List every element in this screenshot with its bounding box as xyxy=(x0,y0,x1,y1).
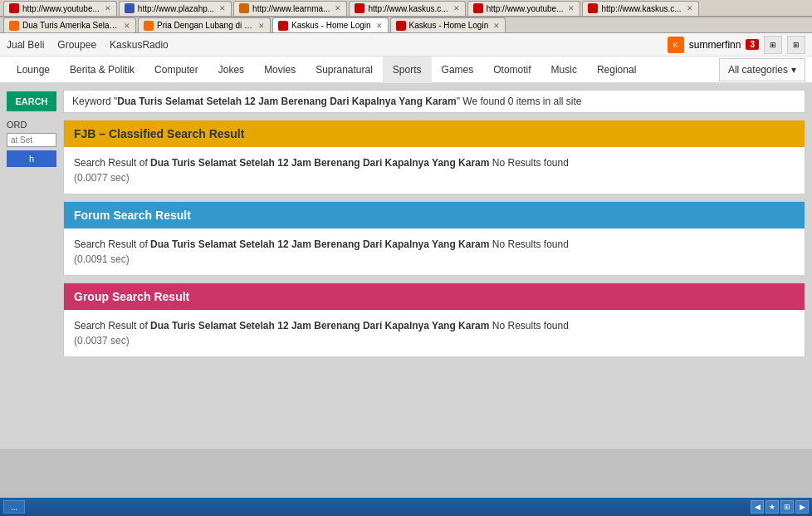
taskbar-icon-2[interactable]: ★ xyxy=(766,500,779,514)
fjb-title: FJB – Classified Search Result xyxy=(74,127,244,140)
tab-close-icon[interactable]: ✕ xyxy=(453,4,460,12)
tab-pria[interactable]: Pria Dengan Lubang di Perut Memicu R... … xyxy=(138,17,271,32)
group-section: Group Search Result Search Result of Dua… xyxy=(63,283,805,357)
cat-berita[interactable]: Berita & Politik xyxy=(60,57,144,83)
tab-close-icon[interactable]: ✕ xyxy=(335,4,341,12)
cat-sports[interactable]: Sports xyxy=(383,57,432,83)
taskbar-icon-4[interactable]: ▶ xyxy=(795,500,809,514)
group-keyword: Dua Turis Selamat Setelah 12 Jam Berenan… xyxy=(150,320,489,332)
tab-label: http://www.youtube... xyxy=(22,4,100,13)
cat-games[interactable]: Games xyxy=(432,57,484,83)
tab-close-icon[interactable]: ✕ xyxy=(219,4,226,12)
tab-close-icon[interactable]: ✕ xyxy=(258,22,265,30)
forum-header: Forum Search Result xyxy=(64,202,805,229)
taskbar-icon-3[interactable]: ⊞ xyxy=(780,500,794,514)
fjb-timing: (0.0077 sec) xyxy=(74,172,130,184)
forum-keyword: Dua Turis Selamat Setelah 12 Jam Berenan… xyxy=(150,238,489,250)
fjb-search-prefix: Search Result of xyxy=(74,157,150,169)
keyword-text: Dua Turis Selamat Setelah 12 Jam Berenan… xyxy=(117,96,456,107)
kaskus-topbar: Jual Beli Groupee KaskusRadio K summerfi… xyxy=(0,33,812,57)
username-text: summerfinn xyxy=(689,39,741,51)
tab-close-icon[interactable]: ✕ xyxy=(124,22,130,30)
search-sidebar-left: ORD h xyxy=(7,120,56,364)
tab-kaskus-1[interactable]: http://www.kaskus.c... ✕ xyxy=(349,1,465,16)
tab-kaskus-home-1[interactable]: Kaskus - Home Login ✕ xyxy=(272,17,389,32)
forum-body: Search Result of Dua Turis Selamat Setel… xyxy=(64,229,805,275)
tab-kaskus-2[interactable]: http://www.kaskus.c... ✕ xyxy=(582,1,698,16)
tab-close-icon[interactable]: ✕ xyxy=(687,4,693,12)
groupee-link[interactable]: Groupee xyxy=(57,39,96,51)
jual-beli-link[interactable]: Jual Beli xyxy=(7,39,44,51)
fjb-keyword: Dua Turis Selamat Setelah 12 Jam Berenan… xyxy=(150,157,489,169)
tab-close-icon[interactable]: ✕ xyxy=(568,4,575,12)
tab-favicon xyxy=(9,21,19,31)
chevron-down-icon: ▾ xyxy=(791,64,796,76)
taskbar-right: ◀ ★ ⊞ ▶ xyxy=(751,500,809,514)
tab-label: http://www.kaskus.c... xyxy=(368,4,448,13)
all-categories-dropdown[interactable]: All categories ▾ xyxy=(719,58,805,81)
forum-search-prefix: Search Result of xyxy=(74,238,150,250)
forum-no-results: No Results found xyxy=(492,238,569,250)
group-timing: (0.0037 sec) xyxy=(74,335,130,346)
tab-favicon xyxy=(355,3,364,13)
browser-tabs-bar: http://www.youtube... ✕ http://www.plaza… xyxy=(0,0,812,17)
cat-otomotif[interactable]: Otomotif xyxy=(483,57,541,83)
search-main-button[interactable]: EARCH xyxy=(7,91,56,111)
found-suffix: items in all site xyxy=(513,96,581,107)
sidebar-search-input[interactable] xyxy=(7,133,56,147)
tab-dua-turis[interactable]: Dua Turis Amerika Selamat dari Kapal T..… xyxy=(3,17,136,32)
group-no-results: No Results found xyxy=(492,320,569,332)
cat-jokes[interactable]: Jokes xyxy=(208,57,254,83)
keyword-result-bar: Keyword "Dua Turis Selamat Setelah 12 Ja… xyxy=(63,90,805,113)
tab-favicon xyxy=(396,21,406,31)
tab-close-icon[interactable]: ✕ xyxy=(376,22,383,30)
settings-icon[interactable]: ⊞ xyxy=(764,36,782,54)
category-nav: Lounge Berita & Politik Computer Jokes M… xyxy=(0,57,812,83)
tab-favicon xyxy=(144,21,154,31)
cat-lounge[interactable]: Lounge xyxy=(7,57,60,83)
keyword-prefix: Keyword " xyxy=(72,96,117,107)
forum-section: Forum Search Result Search Result of Dua… xyxy=(63,201,805,276)
tab-kaskus-home-2[interactable]: Kaskus - Home Login ✕ xyxy=(390,17,506,32)
sidebar-search-button[interactable]: h xyxy=(7,150,56,167)
cat-supranatural[interactable]: Supranatural xyxy=(306,57,383,83)
main-content: EARCH Keyword "Dua Turis Selamat Setelah… xyxy=(0,83,812,449)
search-row: EARCH Keyword "Dua Turis Selamat Setelah… xyxy=(7,90,805,113)
tab-plazahp[interactable]: http://www.plazahp... ✕ xyxy=(119,1,232,16)
notification-badge[interactable]: 3 xyxy=(746,39,759,50)
grid-icon[interactable]: ⊞ xyxy=(787,36,805,54)
tab-label: Kaskus - Home Login xyxy=(291,21,371,30)
tab-close-icon[interactable]: ✕ xyxy=(105,4,111,12)
forum-title: Forum Search Result xyxy=(74,209,191,222)
tab-close-icon[interactable]: ✕ xyxy=(493,22,500,30)
group-search-prefix: Search Result of xyxy=(74,320,150,332)
group-body: Search Result of Dua Turis Selamat Setel… xyxy=(64,310,805,356)
fjb-no-results: No Results found xyxy=(492,157,569,169)
tab-youtube-2[interactable]: http://www.youtube... ✕ xyxy=(467,1,581,16)
cat-music[interactable]: Music xyxy=(541,57,587,83)
tab-favicon xyxy=(278,21,288,31)
browser-tabs-bar-2: Dua Turis Amerika Selamat dari Kapal T..… xyxy=(0,17,812,33)
user-avatar-icon: K xyxy=(668,37,684,53)
taskbar-icon-1[interactable]: ◀ xyxy=(751,500,764,514)
tab-favicon xyxy=(588,3,598,13)
tab-favicon xyxy=(125,3,135,13)
tab-label: http://www.plazahp... xyxy=(138,4,214,13)
tab-label: http://www.kaskus.c... xyxy=(601,4,681,13)
group-title: Group Search Result xyxy=(74,290,189,303)
taskbar-start[interactable]: ... xyxy=(3,500,25,514)
keyword-suffix: " We found xyxy=(457,96,508,107)
tab-label: http://www.learnma... xyxy=(252,4,330,13)
tab-youtube-1[interactable]: http://www.youtube... ✕ xyxy=(3,1,117,16)
tab-favicon xyxy=(473,3,483,13)
tab-learnma[interactable]: http://www.learnma... ✕ xyxy=(233,1,347,16)
fjb-section: FJB – Classified Search Result Search Re… xyxy=(63,120,805,194)
search-sidebar-top: EARCH xyxy=(7,91,56,111)
taskbar-item-label: ... xyxy=(11,503,17,512)
tab-label: Kaskus - Home Login xyxy=(409,21,489,30)
kaskus-radio-link[interactable]: KaskusRadio xyxy=(110,39,169,51)
cat-movies[interactable]: Movies xyxy=(254,57,306,83)
cat-computer[interactable]: Computer xyxy=(144,57,208,83)
cat-regional[interactable]: Regional xyxy=(587,57,646,83)
group-header: Group Search Result xyxy=(64,283,805,310)
